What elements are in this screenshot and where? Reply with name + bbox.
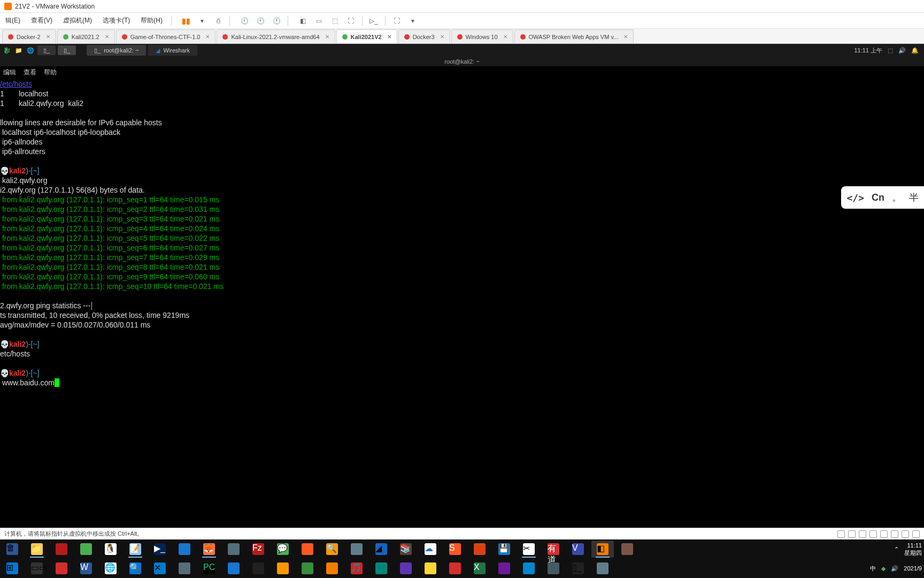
youdao-icon[interactable]: 有道	[542, 541, 565, 558]
firefox-icon[interactable]: 🦊	[198, 541, 220, 558]
menu-tabs[interactable]: 选项卡(T)	[97, 16, 135, 25]
taskbar-clock[interactable]: 11:11 星期四	[904, 542, 922, 557]
close-icon[interactable]: ✕	[503, 34, 507, 40]
device-icon[interactable]	[869, 530, 877, 538]
app-icon[interactable]	[296, 541, 319, 558]
ime-toolbar[interactable]: </> Cn 。 半	[841, 186, 924, 209]
app-icon[interactable]	[591, 560, 614, 577]
snapshot-button[interactable]: 🕘	[237, 14, 251, 28]
terminal-body[interactable]: /etc/hosts 1 localhost 1 kali2.qwfy.org …	[0, 78, 924, 387]
everything-icon[interactable]: 🔍	[321, 541, 343, 558]
wireshark-icon[interactable]: ◢	[370, 541, 392, 558]
close-icon[interactable]: ✕	[440, 34, 444, 40]
excel-icon[interactable]: X	[468, 560, 491, 577]
chrome-icon[interactable]: 🌐	[99, 560, 122, 577]
task-view-icon[interactable]: ▭▭	[26, 560, 48, 577]
menu-help[interactable]: 帮助(H)	[135, 16, 168, 25]
vm-tab-docker2[interactable]: Docker-2✕	[2, 29, 56, 43]
app-icon[interactable]	[272, 560, 294, 577]
term-menu-edit[interactable]: 编辑	[3, 67, 16, 77]
sogou-icon[interactable]: S	[444, 541, 466, 558]
vm-tab-kali2021v2[interactable]: Kali2021V2✕	[336, 29, 397, 43]
vm-tab-docker3[interactable]: Docker3✕	[398, 29, 450, 43]
app-icon[interactable]	[50, 560, 73, 577]
app-icon[interactable]: 💾	[493, 541, 515, 558]
taskbar-item-wireshark[interactable]: ◢Wireshark	[148, 45, 197, 56]
word-icon[interactable]: W	[75, 560, 97, 577]
close-icon[interactable]: ✕	[325, 34, 329, 40]
filezilla-icon[interactable]: Fz	[247, 541, 270, 558]
fullscreen-button[interactable]: ⛶	[390, 14, 404, 28]
fullscreen-dropdown[interactable]: ▾	[406, 14, 420, 28]
device-icon[interactable]	[837, 530, 845, 538]
device-icon[interactable]	[859, 530, 866, 538]
volume-icon[interactable]: 🔊	[898, 47, 906, 54]
visio-icon[interactable]: V	[567, 541, 589, 558]
layout-button-2[interactable]: ▭	[312, 14, 326, 28]
app-icon[interactable]	[468, 541, 491, 558]
camtasia-icon[interactable]	[75, 541, 97, 558]
ime-punct[interactable]: 。	[892, 191, 902, 204]
netease-music-icon[interactable]: 🎵	[345, 560, 368, 577]
wechat-icon[interactable]: 💬	[272, 541, 294, 558]
app-icon[interactable]	[50, 541, 73, 558]
device-icon[interactable]	[848, 530, 856, 538]
device-icon[interactable]	[902, 530, 909, 538]
pycharm-icon[interactable]: PC	[198, 560, 220, 577]
notepad-icon[interactable]: 📝	[124, 541, 147, 558]
manage-snapshot-button[interactable]: 🕚	[270, 14, 283, 28]
ime-indicator[interactable]: 中	[870, 565, 876, 573]
taskbar-item-terminal[interactable]: ▯_root@kali2: ~	[87, 45, 146, 56]
app-icon[interactable]: 📚	[395, 541, 417, 558]
app-icon[interactable]	[222, 541, 245, 558]
search-icon[interactable]: 🔍	[124, 560, 147, 577]
qq-icon[interactable]: 🐧	[99, 541, 122, 558]
baidu-netdisk-icon[interactable]: ☁	[419, 541, 442, 558]
app-icon[interactable]	[222, 560, 245, 577]
powershell-icon[interactable]: ▶_	[149, 541, 171, 558]
menu-vm[interactable]: 虚拟机(M)	[58, 16, 97, 25]
layout-button-1[interactable]: ◧	[296, 14, 310, 28]
vm-tab-owasp[interactable]: OWASP Broken Web Apps VM v...✕	[514, 29, 634, 43]
app-icon[interactable]	[173, 541, 196, 558]
close-icon[interactable]: ✕	[205, 34, 210, 40]
term-menu-view[interactable]: 查看	[24, 67, 36, 77]
term-menu-help[interactable]: 帮助	[44, 67, 57, 77]
pause-dropdown[interactable]: ▾	[195, 14, 209, 28]
ime-half[interactable]: 半	[909, 191, 919, 204]
vm-tab-got-ctf[interactable]: Game-of-Thrones-CTF-1.0✕	[116, 29, 216, 43]
app-icon[interactable]	[518, 560, 540, 577]
network-icon[interactable]: ⬚	[888, 47, 893, 54]
close-icon[interactable]: ✕	[105, 34, 109, 40]
terminal-icon[interactable]: ▯_	[567, 560, 589, 577]
start-icon[interactable]: ⊞	[1, 560, 24, 577]
files-icon[interactable]: 📁	[14, 45, 24, 55]
vm-tab-windows10[interactable]: Windows 10✕	[451, 29, 513, 43]
vscode-icon[interactable]: ⨯	[149, 560, 171, 577]
terminal-launcher-icon[interactable]: ▯_	[37, 45, 56, 55]
revert-snapshot-button[interactable]: 🕙	[253, 14, 267, 28]
browser-icon[interactable]: 🌐	[26, 45, 35, 55]
app-icon[interactable]	[173, 560, 196, 577]
console-button[interactable]: ▷_	[367, 14, 381, 28]
vm-tab-kali-linux-amd64[interactable]: Kali-Linux-2021.2-vmware-amd64✕	[217, 29, 335, 43]
app-icon[interactable]	[419, 560, 442, 577]
app-icon[interactable]	[542, 560, 565, 577]
close-icon[interactable]: ✕	[387, 34, 391, 40]
app-icon[interactable]	[444, 560, 466, 577]
ime-code-icon[interactable]: </>	[846, 192, 864, 203]
menu-edit[interactable]: 辑(E)	[0, 16, 26, 25]
device-icon[interactable]	[891, 530, 898, 538]
app-icon[interactable]	[296, 560, 319, 577]
send-ctrl-alt-del-button[interactable]: ⎙	[211, 14, 225, 28]
terminal-launcher-2-icon[interactable]: ▯_	[58, 45, 76, 55]
app-icon[interactable]	[247, 560, 270, 577]
menu-view[interactable]: 查看(V)	[26, 16, 58, 25]
vmware-icon[interactable]: ◧	[591, 541, 614, 558]
app-icon[interactable]	[321, 560, 343, 577]
terminal-window[interactable]: root@kali2: ~ 编辑 查看 帮助 /etc/hosts 1 loca…	[0, 57, 924, 528]
tray-expand-icon[interactable]: ⌃	[894, 546, 899, 553]
app-icon[interactable]	[493, 560, 515, 577]
close-icon[interactable]: ✕	[623, 34, 628, 40]
notifications-icon[interactable]: 🔔	[911, 47, 919, 54]
